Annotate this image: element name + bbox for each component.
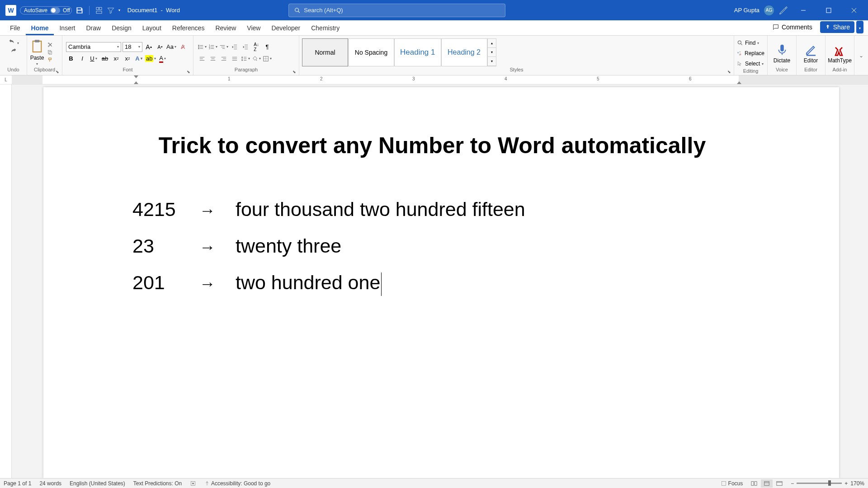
superscript-button[interactable]: x2 [123,54,132,64]
autosave-toggle[interactable]: AutoSave Off [20,6,72,14]
doc-word[interactable]: four thousand two hundred fifteen [236,198,751,221]
tab-references[interactable]: References [167,22,210,35]
doc-number[interactable]: 201 [113,272,199,294]
qat-dropdown-icon[interactable]: ▾ [118,8,120,12]
right-indent-marker[interactable] [737,81,741,84]
subscript-button[interactable]: x2 [111,54,121,64]
pen-icon[interactable] [778,5,788,15]
strikethrough-button[interactable]: ab [100,54,110,64]
multilevel-list-button[interactable] [219,42,229,52]
autosave-switch[interactable] [50,7,60,14]
close-button[interactable] [844,0,864,20]
tab-design[interactable]: Design [106,22,137,35]
first-line-indent-marker[interactable] [134,75,138,78]
document-page[interactable]: Trick to convert any Number to Word auto… [43,87,839,478]
macro-icon[interactable] [190,480,196,487]
tab-draw[interactable]: Draw [80,22,106,35]
document-heading[interactable]: Trick to convert any Number to Word auto… [113,132,751,159]
undo-button[interactable]: ▾ [8,39,19,47]
tab-review[interactable]: Review [210,22,241,35]
style-heading2[interactable]: Heading 2 [441,38,487,66]
font-size-combo[interactable]: 18▾ [123,42,142,52]
find-button[interactable]: Find▾ [737,38,764,47]
search-box[interactable] [288,4,505,17]
styles-scroll[interactable]: ▴▾▾ [487,38,496,66]
text-effects-button[interactable]: A [134,54,144,64]
zoom-out-button[interactable]: − [791,480,794,487]
select-button[interactable]: Select▾ [737,59,764,68]
style-heading1[interactable]: Heading 1 [394,38,441,66]
dictate-button[interactable]: Dictate [770,41,793,64]
document-row[interactable]: 201 → two hundred one [113,272,751,294]
tab-layout[interactable]: Layout [137,22,167,35]
doc-word[interactable]: two hundred one [236,272,751,294]
tab-insert[interactable]: Insert [54,22,80,35]
show-marks-button[interactable]: ¶ [262,42,272,52]
shading-button[interactable] [251,54,261,64]
document-row[interactable]: 4215 → four thousand two hundred fifteen [113,198,751,221]
accessibility-status[interactable]: Accessibility: Good to go [204,480,270,487]
zoom-in-button[interactable]: + [844,480,848,487]
replace-button[interactable]: abReplace [737,49,764,58]
highlight-button[interactable]: ab [145,54,156,64]
doc-number[interactable]: 23 [113,235,199,257]
style-no-spacing[interactable]: No Spacing [348,38,394,66]
format-painter-icon[interactable] [47,57,53,63]
document-row[interactable]: 23 → twenty three [113,235,751,257]
align-right-button[interactable] [219,54,229,64]
tab-home[interactable]: Home [26,22,54,35]
share-button[interactable]: Share [820,21,854,33]
paragraph-launcher-icon[interactable]: ⬊ [292,70,296,74]
increase-font-icon[interactable]: A▴ [144,42,154,52]
page-status[interactable]: Page 1 of 1 [4,480,31,487]
numbering-button[interactable]: 123 [208,42,218,52]
quick-access-icon[interactable] [95,6,103,14]
justify-button[interactable] [230,54,240,64]
style-normal[interactable]: Normal [302,38,348,66]
text-predictions-status[interactable]: Text Predictions: On [133,480,182,487]
copy-icon[interactable] [47,49,53,56]
filter-icon[interactable] [107,6,115,14]
borders-button[interactable] [262,54,272,64]
tab-view[interactable]: View [241,22,266,35]
user-avatar[interactable]: AG [764,5,774,15]
zoom-slider[interactable] [797,483,842,484]
read-mode-button[interactable] [748,479,760,488]
styles-launcher-icon[interactable]: ⬊ [727,70,731,74]
hanging-indent-marker[interactable] [134,81,138,84]
tab-developer[interactable]: Developer [266,22,306,35]
bold-button[interactable]: B [66,54,76,64]
change-case-button[interactable]: Aa [166,42,176,52]
vertical-ruler[interactable] [0,84,12,478]
line-spacing-button[interactable] [241,54,250,64]
print-layout-button[interactable] [761,479,773,488]
share-dropdown[interactable]: ▾ [856,21,863,33]
decrease-font-icon[interactable]: A▾ [155,42,165,52]
cut-icon[interactable] [47,42,53,48]
horizontal-ruler[interactable]: L 1 2 3 4 5 6 [0,75,868,84]
italic-button[interactable]: I [77,54,87,64]
focus-button[interactable]: Focus [721,480,743,487]
comments-button[interactable]: Comments [768,21,816,33]
clear-format-button[interactable]: A̷ [178,42,188,52]
tab-file[interactable]: File [5,22,26,35]
web-layout-button[interactable] [774,479,785,488]
collapse-ribbon-button[interactable]: ⌄ [854,36,868,75]
decrease-indent-button[interactable] [230,42,240,52]
bullets-button[interactable] [197,42,207,52]
word-count[interactable]: 24 words [39,480,61,487]
font-launcher-icon[interactable]: ⬊ [187,70,190,74]
language-status[interactable]: English (United States) [70,480,125,487]
align-left-button[interactable] [197,54,207,64]
search-input[interactable] [304,7,500,14]
zoom-level[interactable]: 170% [850,480,864,487]
document-area[interactable]: Trick to convert any Number to Word auto… [12,84,868,478]
user-name[interactable]: AP Gupta [734,7,760,14]
maximize-button[interactable] [818,0,839,20]
save-icon[interactable] [75,6,84,14]
doc-word[interactable]: twenty three [236,235,751,257]
underline-button[interactable]: U [89,54,99,64]
doc-number[interactable]: 4215 [113,198,199,221]
sort-button[interactable]: A↓Z [251,42,261,52]
clipboard-launcher-icon[interactable]: ⬊ [56,70,59,74]
